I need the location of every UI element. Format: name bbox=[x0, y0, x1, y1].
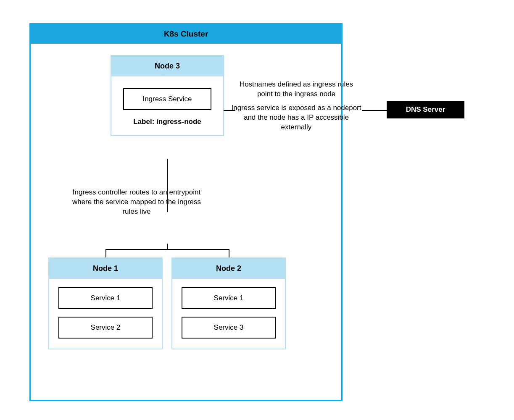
node-1-service-2: Service 2 bbox=[58, 317, 153, 339]
node-3: Node 3 Ingress Service Label: ingress-no… bbox=[111, 55, 224, 136]
node-1: Node 1 Service 1 Service 2 bbox=[48, 257, 163, 349]
node-2-body: Service 1 Service 3 bbox=[172, 279, 285, 349]
node-1-body: Service 1 Service 2 bbox=[49, 279, 162, 349]
connector-node1-stem bbox=[105, 249, 106, 257]
connector-node2-stem bbox=[229, 249, 229, 257]
annotation-hostnames: Hostnames defined as ingress rules point… bbox=[231, 80, 361, 99]
node-2-service-1: Service 1 bbox=[182, 287, 276, 309]
node-3-body: Ingress Service Label: ingress-node bbox=[111, 76, 223, 135]
cluster-title: K8s Cluster bbox=[31, 24, 341, 44]
node-1-title: Node 1 bbox=[49, 258, 162, 279]
connector-ann-to-bar bbox=[167, 244, 168, 250]
node-3-title: Node 3 bbox=[111, 56, 223, 76]
node-2-service-2: Service 3 bbox=[182, 317, 276, 339]
node-3-label: Label: ingress-node bbox=[123, 118, 211, 126]
annotation-exposed: Ingress service is exposed as a nodeport… bbox=[231, 103, 361, 132]
node-1-service-1: Service 1 bbox=[58, 287, 153, 309]
dns-server-box: DNS Server bbox=[387, 101, 464, 118]
node-2: Node 2 Service 1 Service 3 bbox=[171, 257, 286, 349]
connector-ann-to-dns bbox=[362, 110, 387, 111]
node-2-title: Node 2 bbox=[172, 258, 285, 279]
ingress-service-box: Ingress Service bbox=[123, 88, 211, 110]
annotation-routes: Ingress controller routes to an entrypoi… bbox=[71, 188, 202, 217]
